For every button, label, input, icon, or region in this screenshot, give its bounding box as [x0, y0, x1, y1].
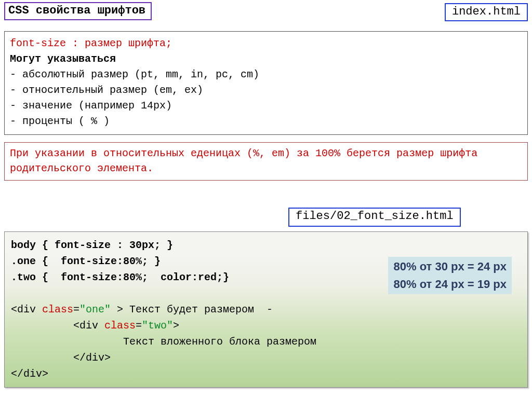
example-file-text: files/02_font_size.html	[296, 210, 454, 223]
title-text: CSS свойства шрифтов	[8, 4, 145, 17]
close-inner-div: </div>	[11, 352, 111, 364]
font-size-property-line: font-size : размер шрифта;	[10, 37, 172, 49]
relative-units-note-text: При указании в относительных еденицах (%…	[10, 147, 477, 174]
close-outer-div: </div>	[11, 368, 48, 380]
css-two: .two { font-size:80%; color:red;}	[11, 271, 229, 283]
class-value-one: "one"	[79, 304, 111, 315]
html-open-div: <div	[11, 304, 42, 315]
eq-2: =	[136, 320, 142, 332]
calc-text-1: 80% от 30 px = 24 px	[393, 260, 507, 273]
eq-1: =	[73, 304, 79, 315]
calc-line-2: 80% от 24 px = 19 px	[388, 275, 512, 294]
class-keyword-2: class	[104, 320, 136, 332]
css-body: body { font-size : 30px; }	[11, 239, 173, 251]
bullet-relative: - относительный размер (em, ex)	[10, 83, 522, 98]
example-file-label: files/02_font_size.html	[288, 208, 461, 227]
class-keyword-1: class	[42, 304, 73, 315]
inner-text: Текст вложенного блока размером	[11, 336, 316, 348]
bullet-value: - значение (например 14px)	[10, 98, 522, 114]
calc-text-2: 80% от 24 px = 19 px	[393, 278, 507, 291]
font-size-description-box: font-size : размер шрифта; Могут указыва…	[4, 31, 528, 135]
index-file-label: index.html	[445, 3, 528, 21]
class-value-two: "two"	[142, 320, 173, 332]
page: CSS свойства шрифтов index.html font-siz…	[0, 0, 532, 398]
html-open-div-tail: > Текст будет размером -	[111, 304, 273, 315]
code-example-box: 80% от 30 px = 24 px 80% от 24 px = 19 p…	[4, 231, 528, 388]
may-specify-line: Могут указываться	[10, 53, 116, 65]
index-file-text: index.html	[452, 5, 521, 18]
css-one: .one { font-size:80%; }	[11, 255, 161, 267]
relative-units-note-box: При указании в относительных еденицах (%…	[4, 142, 528, 181]
calc-line-1: 80% от 30 px = 24 px	[388, 257, 512, 277]
bullet-percent: - проценты ( % )	[10, 114, 522, 129]
html-inner-indent: <div	[11, 320, 104, 332]
bullet-absolute: - абсолютный размер (pt, mm, in, pc, cm)	[10, 67, 522, 83]
page-title: CSS свойства шрифтов	[4, 2, 152, 20]
inner-close-bracket: >	[173, 320, 179, 332]
